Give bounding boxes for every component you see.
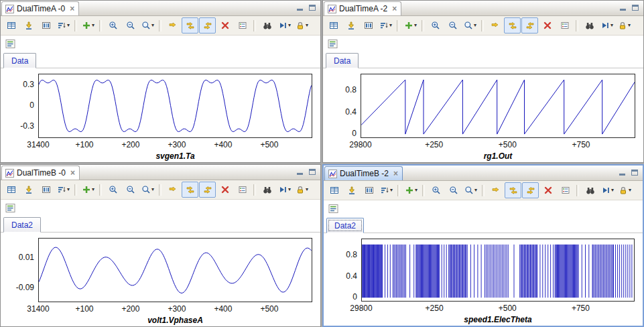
sync-cursors-button[interactable] <box>487 182 504 198</box>
legend-button[interactable] <box>556 17 573 34</box>
add-signal-button[interactable]: ▾ <box>402 17 419 34</box>
sort-button[interactable]: ▾ <box>55 17 72 34</box>
remove-signal-button[interactable] <box>539 17 556 34</box>
close-icon[interactable]: × <box>70 168 75 178</box>
panel-tab[interactable]: DualTimeB -0 × <box>1 166 80 180</box>
zoom-out-button[interactable] <box>122 182 139 198</box>
data-tab[interactable]: Data <box>326 53 359 68</box>
zoom-out-button[interactable] <box>445 182 462 198</box>
add-signal-button[interactable]: ▾ <box>80 182 96 198</box>
toolbar-separator <box>99 184 102 196</box>
window-buttons <box>295 168 320 180</box>
add-signal-button[interactable]: ▾ <box>80 17 96 34</box>
legend-button[interactable] <box>557 182 574 198</box>
remove-signal-button[interactable] <box>539 182 556 198</box>
sync-x-axis-button[interactable] <box>182 17 198 34</box>
legend-button[interactable] <box>234 17 251 34</box>
sync-x-axis-button[interactable] <box>182 182 198 198</box>
import-signal-button[interactable] <box>342 17 359 34</box>
minimize-button[interactable] <box>295 168 305 176</box>
close-icon[interactable]: × <box>393 169 398 178</box>
columns-button[interactable] <box>38 17 54 34</box>
sync-y-axis-button[interactable] <box>522 182 539 198</box>
legend-button[interactable] <box>234 182 251 198</box>
panel-tab[interactable]: DualTimeA -2 × <box>324 1 401 15</box>
toolbar-separator <box>74 184 77 196</box>
step-button[interactable]: ▾ <box>598 17 615 34</box>
sort-button[interactable]: ▾ <box>378 182 395 198</box>
lock-button[interactable]: ▾ <box>294 17 310 34</box>
minimize-button[interactable] <box>618 3 628 12</box>
minimize-button[interactable] <box>617 168 627 177</box>
zoom-menu-button[interactable]: ▾ <box>139 182 156 198</box>
add-signal-button[interactable]: ▾ <box>403 182 420 198</box>
data-grid-button[interactable] <box>3 182 19 198</box>
columns-button[interactable] <box>38 182 54 198</box>
search-button[interactable] <box>259 17 275 34</box>
properties-icon[interactable] <box>328 204 338 214</box>
properties-icon[interactable] <box>328 39 338 49</box>
lock-button[interactable]: ▾ <box>617 182 633 198</box>
window-buttons <box>618 3 643 15</box>
maximize-button[interactable] <box>629 168 639 177</box>
sync-cursors-button[interactable] <box>164 17 181 34</box>
close-icon[interactable]: × <box>70 4 74 13</box>
y-tick-label: 0.4 <box>324 271 357 281</box>
maximize-button[interactable] <box>307 168 317 176</box>
zoom-in-button[interactable] <box>428 182 444 198</box>
zoom-in-button[interactable] <box>105 182 121 198</box>
sync-y-axis-button[interactable] <box>521 17 538 34</box>
sync-x-axis-button[interactable] <box>504 17 521 34</box>
zoom-menu-button[interactable]: ▾ <box>462 182 479 198</box>
sync-y-axis-button[interactable] <box>199 17 216 34</box>
search-button[interactable] <box>259 182 275 198</box>
import-signal-button[interactable] <box>343 182 360 198</box>
data-grid-button[interactable] <box>325 17 342 34</box>
remove-signal-button[interactable] <box>216 17 233 34</box>
plot-region[interactable] <box>361 74 635 138</box>
plot-region[interactable] <box>361 239 635 302</box>
sort-button[interactable]: ▾ <box>377 17 394 34</box>
maximize-button[interactable] <box>630 3 640 12</box>
data-tab[interactable]: Data <box>3 53 36 68</box>
zoom-in-button[interactable] <box>427 17 444 34</box>
plot-region[interactable] <box>38 74 312 138</box>
sync-x-axis-button[interactable] <box>505 182 521 198</box>
sync-cursors-button[interactable] <box>487 17 503 34</box>
search-button[interactable] <box>582 182 598 198</box>
zoom-out-button[interactable] <box>122 17 139 34</box>
import-signal-button[interactable] <box>20 182 37 198</box>
panel-tab-bar: DualTimeA -2 × <box>323 1 643 16</box>
x-tick-label: +300 <box>168 140 186 149</box>
panel-tab[interactable]: DualTimeA -0 × <box>1 1 79 15</box>
search-button[interactable] <box>581 17 598 34</box>
lock-button[interactable]: ▾ <box>616 17 633 34</box>
columns-button[interactable] <box>361 182 377 198</box>
step-button[interactable]: ▾ <box>276 182 293 198</box>
sync-cursors-button[interactable] <box>164 182 181 198</box>
columns-button[interactable] <box>360 17 377 34</box>
data-tab-row: Data <box>1 52 320 68</box>
zoom-menu-button[interactable]: ▾ <box>462 17 478 34</box>
step-button[interactable]: ▾ <box>599 182 616 198</box>
zoom-in-button[interactable] <box>105 17 121 34</box>
step-button[interactable]: ▾ <box>276 17 293 34</box>
data-grid-button[interactable] <box>326 182 342 198</box>
plot-region[interactable] <box>38 238 312 302</box>
sort-button[interactable]: ▾ <box>55 182 72 198</box>
minimize-button[interactable] <box>295 3 305 12</box>
close-icon[interactable]: × <box>392 4 397 13</box>
zoom-out-button[interactable] <box>444 17 461 34</box>
lock-button[interactable]: ▾ <box>294 182 310 198</box>
sync-y-axis-button[interactable] <box>199 182 216 198</box>
properties-icon[interactable] <box>5 39 15 49</box>
data-tab[interactable]: Data2 <box>3 217 41 233</box>
panel-tab[interactable]: DualTimeB -2 × <box>324 166 403 180</box>
zoom-menu-button[interactable]: ▾ <box>139 17 156 34</box>
data-tab[interactable]: Data2 <box>326 218 364 233</box>
data-grid-button[interactable] <box>3 17 19 34</box>
properties-icon[interactable] <box>5 203 15 213</box>
import-signal-button[interactable] <box>20 17 37 34</box>
remove-signal-button[interactable] <box>216 182 233 198</box>
maximize-button[interactable] <box>307 3 317 12</box>
